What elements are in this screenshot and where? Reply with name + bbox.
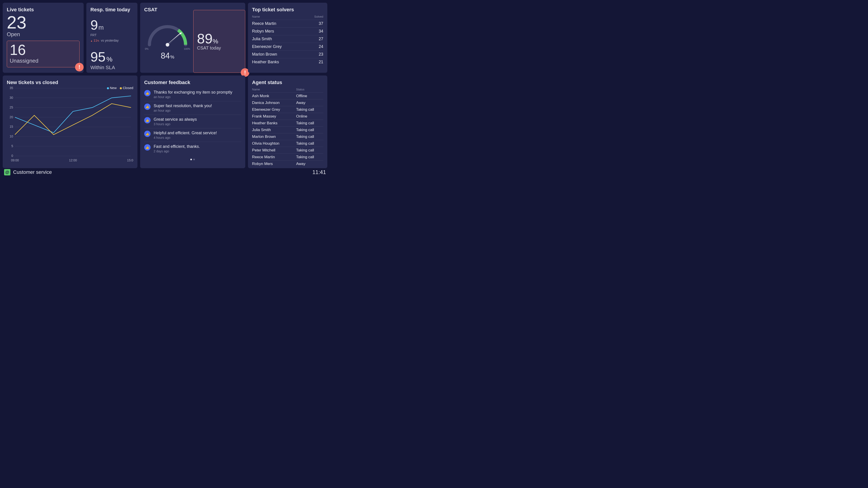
solver-name: Marlon Brown bbox=[252, 52, 277, 57]
svg-text:15:00: 15:00 bbox=[127, 158, 133, 162]
solver-count: 23 bbox=[319, 52, 323, 57]
agent-status-value: Taking call bbox=[296, 141, 323, 146]
feedback-time: an hour ago bbox=[154, 109, 212, 112]
table-row: Heather BanksTaking call bbox=[252, 120, 323, 127]
top-solvers-card: Top ticket solvers Name Solved Reece Mar… bbox=[248, 3, 327, 73]
table-row: Olivia HoughtonTaking call bbox=[252, 140, 323, 147]
card-title: Top ticket solvers bbox=[252, 7, 323, 13]
svg-text:35: 35 bbox=[9, 87, 13, 90]
agent-status-value: Taking call bbox=[296, 108, 323, 112]
agent-status-value: Taking call bbox=[296, 148, 323, 153]
table-row: Marlon Brown23 bbox=[252, 51, 323, 58]
thumbs-up-icon: 👍 bbox=[144, 131, 151, 137]
card-title: Agent status bbox=[252, 80, 323, 86]
agent-name: Reece Martin bbox=[252, 155, 275, 159]
csat-today-alert-block: 89% CSAT today ! bbox=[193, 10, 246, 73]
agent-name: Ebeneezer Grey bbox=[252, 108, 280, 112]
agent-status-value: Taking call bbox=[296, 155, 323, 159]
feedback-time: 4 hours ago bbox=[154, 136, 217, 140]
svg-text:15: 15 bbox=[9, 125, 13, 128]
feedback-item: 👍Super fast resolution, thank you!an hou… bbox=[144, 101, 241, 115]
table-row: Julia SmithTaking call bbox=[252, 127, 323, 133]
triangle-up-icon: ▲ bbox=[90, 39, 93, 42]
feedback-item: 👍Helpful and efficient. Great service!4 … bbox=[144, 128, 241, 142]
table-row: Robyn Mers34 bbox=[252, 28, 323, 35]
agent-name: Olivia Houghton bbox=[252, 141, 279, 146]
agent-status-value: Taking call bbox=[296, 121, 323, 125]
legend-dot-closed bbox=[120, 87, 122, 89]
feedback-time: 2 days ago bbox=[154, 149, 200, 153]
table-header: Name Solved bbox=[252, 14, 323, 20]
feedback-text: Super fast resolution, thank you! bbox=[154, 103, 212, 108]
card-title: Resp. time today bbox=[90, 7, 133, 13]
svg-text:30: 30 bbox=[9, 96, 13, 99]
table-row: Ebeneezer Grey24 bbox=[252, 43, 323, 51]
clock: 11:41 bbox=[312, 169, 326, 175]
agent-name: Frank Massey bbox=[252, 114, 276, 119]
thumbs-up-icon: 👍 bbox=[144, 103, 151, 110]
agent-name: Marlon Brown bbox=[252, 134, 276, 139]
svg-text:12:00: 12:00 bbox=[69, 158, 77, 162]
card-title: Live tickets bbox=[7, 7, 80, 13]
line-chart: 0510152025303509:0012:0015:00 bbox=[7, 87, 133, 164]
frt-unit: m bbox=[98, 24, 103, 31]
page-dot-active[interactable] bbox=[190, 159, 192, 160]
csat-gauge: 0% 100% 84% bbox=[144, 14, 191, 69]
agent-status-value: Away bbox=[296, 100, 323, 105]
table-header: Name Status bbox=[252, 87, 323, 93]
sla-pct: % bbox=[106, 55, 113, 63]
feedback-text: Fast and efficient, thanks. bbox=[154, 144, 200, 149]
solver-name: Robyn Mers bbox=[252, 29, 274, 34]
card-title: New tickets vs closed bbox=[7, 80, 133, 86]
unassigned-alert-block: 16 Unassigned ! bbox=[7, 41, 80, 67]
live-tickets-card: Live tickets 23 Open 16 Unassigned ! bbox=[3, 3, 84, 73]
table-row: Peter MitchellTaking call bbox=[252, 147, 323, 154]
table-row: Marlon BrownTaking call bbox=[252, 133, 323, 140]
card-title: Customer feedback bbox=[144, 80, 241, 86]
solver-count: 37 bbox=[319, 21, 323, 26]
agent-name: Ash Monk bbox=[252, 94, 269, 98]
agent-name: Heather Banks bbox=[252, 121, 277, 125]
sla-value: 95 bbox=[90, 49, 105, 65]
logo-icon: @ bbox=[4, 169, 10, 175]
agent-name: Julia Smith bbox=[252, 128, 271, 132]
svg-text:20: 20 bbox=[9, 115, 13, 119]
agent-name: Robyn Mers bbox=[252, 162, 273, 166]
solver-name: Julia Smith bbox=[252, 37, 272, 41]
table-row: Reece Martin37 bbox=[252, 20, 323, 28]
agent-status-card: Agent status Name Status Ash MonkOffline… bbox=[248, 75, 327, 168]
table-row: Ebeneezer GreyTaking call bbox=[252, 106, 323, 113]
dashboard-title: Customer service bbox=[13, 169, 52, 175]
table-row: Danica JohnsonAway bbox=[252, 99, 323, 106]
thumbs-up-icon: 👍 bbox=[144, 90, 151, 96]
agent-status-value: Taking call bbox=[296, 128, 323, 132]
table-row: Ash MonkOffline bbox=[252, 93, 323, 99]
feedback-text: Helpful and efficient. Great service! bbox=[154, 131, 217, 135]
delta-value: 11 bbox=[94, 39, 97, 42]
delta-compare: vs yesterday bbox=[101, 39, 119, 42]
solver-name: Heather Banks bbox=[252, 60, 279, 64]
alert-icon: ! bbox=[75, 63, 84, 71]
frt-value: 9 bbox=[90, 17, 98, 33]
agent-name: Peter Mitchell bbox=[252, 148, 275, 153]
svg-text:25: 25 bbox=[9, 105, 13, 109]
feedback-card: Customer feedback 👍Thanks for exchanging… bbox=[140, 75, 245, 168]
page-dot[interactable] bbox=[193, 159, 195, 160]
agent-status-value: Online bbox=[296, 114, 323, 119]
thumbs-up-icon: 👍 bbox=[144, 144, 151, 151]
csat-card: CSAT 0% 100% 84% bbox=[140, 3, 245, 73]
agent-status-value: Offline bbox=[296, 94, 323, 98]
table-row: Heather Banks21 bbox=[252, 58, 323, 66]
feedback-time: an hour ago bbox=[154, 95, 232, 99]
frt-delta: ▲ 11% vs yesterday bbox=[90, 39, 133, 42]
svg-point-2 bbox=[166, 43, 169, 47]
csat-today-label: CSAT today bbox=[197, 45, 242, 51]
solver-name: Ebeneezer Grey bbox=[252, 44, 282, 49]
pagination-dots[interactable] bbox=[144, 157, 241, 161]
feedback-item: 👍Thanks for exchanging my item so prompt… bbox=[144, 88, 241, 101]
csat-today-value: 89 bbox=[197, 31, 213, 46]
feedback-item: 👍Great service as always3 hours ago bbox=[144, 115, 241, 128]
svg-line-1 bbox=[167, 35, 180, 45]
unassigned-value: 16 bbox=[10, 43, 76, 57]
solver-count: 21 bbox=[319, 60, 323, 64]
